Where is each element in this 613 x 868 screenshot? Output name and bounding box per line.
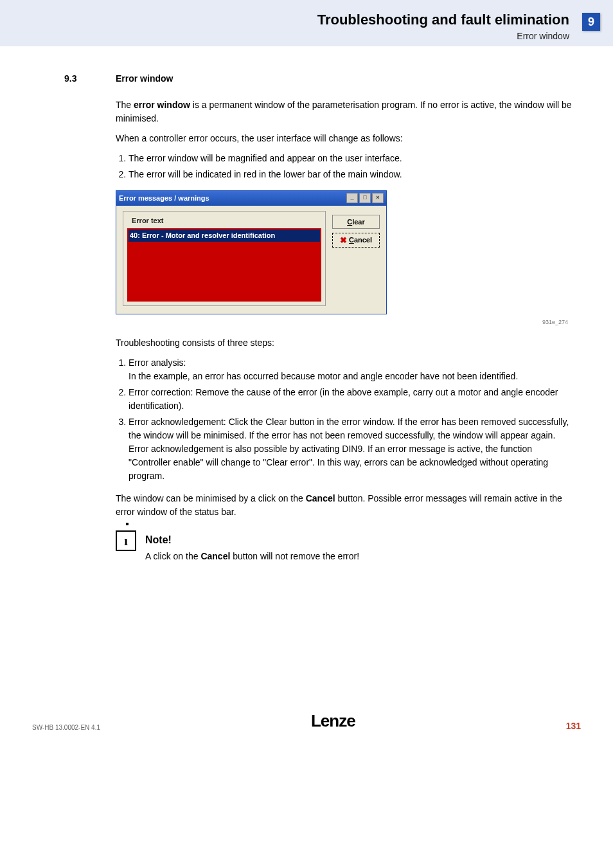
error-text-fieldset: Error text 40: Error - Motor and resolve… xyxy=(123,211,326,307)
text: The window can be minimised by a click o… xyxy=(116,493,306,503)
cancel-button: ✖ Cancel xyxy=(332,233,380,248)
text: lear xyxy=(352,218,365,226)
figure-caption: 931e_274 xyxy=(116,318,568,327)
header-text-block: Troubleshooting and fault elimination Er… xyxy=(317,12,582,41)
dialog-titlebar: Error messages / warnings _ □ × xyxy=(116,191,386,206)
lenze-logo: Lenze xyxy=(311,711,355,731)
step-body: In the example, an error has occurred be… xyxy=(129,371,518,381)
window-control-icons: _ □ × xyxy=(346,193,384,203)
intro-list: The error window will be magnified and a… xyxy=(116,152,574,181)
dialog-title: Error messages / warnings xyxy=(119,193,209,204)
header-title: Troubleshooting and fault elimination xyxy=(317,12,569,28)
section-number: 9.3 xyxy=(64,72,90,86)
note-text: Note! A click on the Cancel button will … xyxy=(145,530,359,563)
cancel-label: Cancel xyxy=(349,235,372,246)
closing-p: The window can be minimised by a click o… xyxy=(116,492,574,519)
troubleshooting-intro: Troubleshooting consists of three steps: xyxy=(116,336,574,350)
intro-li1: The error window will be magnified and a… xyxy=(129,152,574,165)
dialog-button-column: Clear ✖ Cancel xyxy=(332,211,380,307)
text: ancel xyxy=(354,236,372,244)
troubleshooting-steps: Error analysis: In the example, an error… xyxy=(116,356,574,483)
page-footer: SW-HB 13.0002-EN 4.1 Lenze 131 xyxy=(0,711,613,750)
clear-button: Clear xyxy=(332,215,380,230)
step-1: Error analysis: In the example, an error… xyxy=(129,356,574,383)
error-entry: 40: Error - Motor and resolver identific… xyxy=(129,230,320,242)
x-icon: ✖ xyxy=(340,237,347,244)
chapter-number-box: 9 xyxy=(582,13,600,31)
footer-doc-id: SW-HB 13.0002-EN 4.1 xyxy=(32,724,100,731)
intro-p1: The error window is a permanent window o… xyxy=(116,98,574,125)
dialog-body: Error text 40: Error - Motor and resolve… xyxy=(116,206,386,314)
section-heading: 9.3 Error window xyxy=(64,72,574,86)
info-icon: ı xyxy=(116,530,136,551)
text: button will not remove the error! xyxy=(230,551,359,561)
close-icon: × xyxy=(372,193,384,203)
intro-li2: The error will be indicated in red in th… xyxy=(129,168,574,181)
text: The xyxy=(116,100,134,110)
section-title: Error window xyxy=(116,72,173,86)
error-list: 40: Error - Motor and resolver identific… xyxy=(127,228,321,302)
minimize-icon: _ xyxy=(346,193,358,203)
bold-term: error window xyxy=(134,100,190,110)
page-header: Troubleshooting and fault elimination Er… xyxy=(0,0,613,46)
note-block: ı Note! A click on the Cancel button wil… xyxy=(116,530,574,563)
step-title: Error analysis: xyxy=(129,357,186,368)
step-3: Error acknowledgement: Click the Clear b… xyxy=(129,415,574,483)
header-subtitle: Error window xyxy=(317,31,569,41)
fieldset-legend: Error text xyxy=(130,215,166,226)
body-block: The error window is a permanent window o… xyxy=(116,98,574,519)
note-title: Note! xyxy=(145,532,359,548)
intro-p2: When a controller error occurs, the user… xyxy=(116,132,574,145)
page-number: 131 xyxy=(566,721,581,731)
text: A click on the xyxy=(145,551,200,561)
step-2: Error correction: Remove the cause of th… xyxy=(129,386,574,413)
maximize-icon: □ xyxy=(359,193,371,203)
underline: C xyxy=(347,218,352,226)
bold-term: Cancel xyxy=(200,551,230,561)
bold-term: Cancel xyxy=(306,493,335,503)
note-body: A click on the Cancel button will not re… xyxy=(145,550,359,563)
underline: C xyxy=(349,236,354,244)
content-area: 9.3 Error window The error window is a p… xyxy=(0,46,613,563)
error-dialog-screenshot: Error messages / warnings _ □ × Error te… xyxy=(116,190,387,314)
